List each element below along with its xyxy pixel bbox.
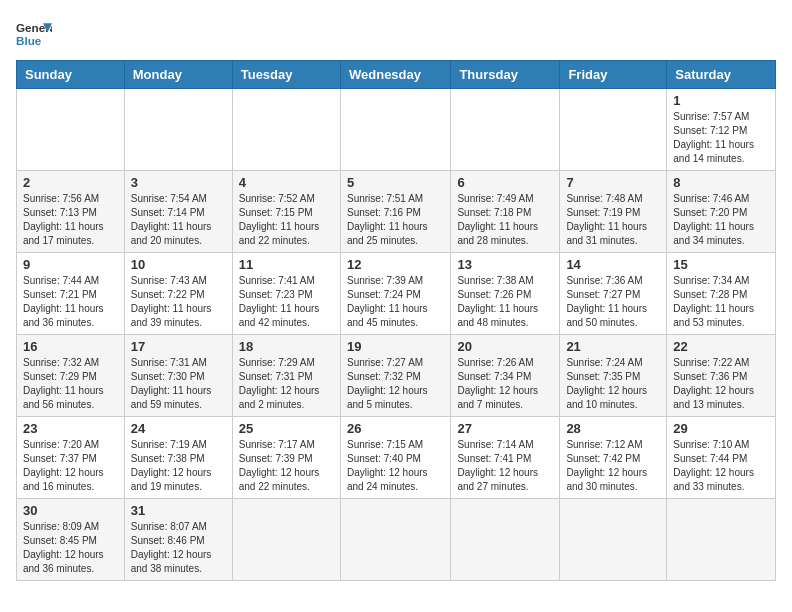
day-info: Sunrise: 7:51 AM Sunset: 7:16 PM Dayligh… xyxy=(347,192,444,248)
day-number: 29 xyxy=(673,421,769,436)
calendar-cell: 3Sunrise: 7:54 AM Sunset: 7:14 PM Daylig… xyxy=(124,171,232,253)
day-number: 24 xyxy=(131,421,226,436)
calendar-week-row: 1Sunrise: 7:57 AM Sunset: 7:12 PM Daylig… xyxy=(17,89,776,171)
calendar-cell: 24Sunrise: 7:19 AM Sunset: 7:38 PM Dayli… xyxy=(124,417,232,499)
day-number: 1 xyxy=(673,93,769,108)
calendar-cell: 27Sunrise: 7:14 AM Sunset: 7:41 PM Dayli… xyxy=(451,417,560,499)
day-info: Sunrise: 7:36 AM Sunset: 7:27 PM Dayligh… xyxy=(566,274,660,330)
calendar-cell xyxy=(340,89,450,171)
calendar-cell: 28Sunrise: 7:12 AM Sunset: 7:42 PM Dayli… xyxy=(560,417,667,499)
calendar-cell: 6Sunrise: 7:49 AM Sunset: 7:18 PM Daylig… xyxy=(451,171,560,253)
day-number: 5 xyxy=(347,175,444,190)
calendar-week-row: 9Sunrise: 7:44 AM Sunset: 7:21 PM Daylig… xyxy=(17,253,776,335)
day-number: 8 xyxy=(673,175,769,190)
calendar-cell xyxy=(667,499,776,581)
calendar-cell: 23Sunrise: 7:20 AM Sunset: 7:37 PM Dayli… xyxy=(17,417,125,499)
calendar-cell: 22Sunrise: 7:22 AM Sunset: 7:36 PM Dayli… xyxy=(667,335,776,417)
day-info: Sunrise: 7:27 AM Sunset: 7:32 PM Dayligh… xyxy=(347,356,444,412)
day-number: 27 xyxy=(457,421,553,436)
calendar-cell: 10Sunrise: 7:43 AM Sunset: 7:22 PM Dayli… xyxy=(124,253,232,335)
day-info: Sunrise: 7:43 AM Sunset: 7:22 PM Dayligh… xyxy=(131,274,226,330)
day-number: 19 xyxy=(347,339,444,354)
day-info: Sunrise: 7:31 AM Sunset: 7:30 PM Dayligh… xyxy=(131,356,226,412)
day-number: 2 xyxy=(23,175,118,190)
day-number: 31 xyxy=(131,503,226,518)
day-number: 25 xyxy=(239,421,334,436)
day-info: Sunrise: 7:57 AM Sunset: 7:12 PM Dayligh… xyxy=(673,110,769,166)
calendar-cell: 26Sunrise: 7:15 AM Sunset: 7:40 PM Dayli… xyxy=(340,417,450,499)
calendar-cell: 2Sunrise: 7:56 AM Sunset: 7:13 PM Daylig… xyxy=(17,171,125,253)
day-info: Sunrise: 7:52 AM Sunset: 7:15 PM Dayligh… xyxy=(239,192,334,248)
calendar-cell: 9Sunrise: 7:44 AM Sunset: 7:21 PM Daylig… xyxy=(17,253,125,335)
calendar-week-row: 30Sunrise: 8:09 AM Sunset: 8:45 PM Dayli… xyxy=(17,499,776,581)
day-number: 10 xyxy=(131,257,226,272)
day-info: Sunrise: 7:19 AM Sunset: 7:38 PM Dayligh… xyxy=(131,438,226,494)
day-number: 17 xyxy=(131,339,226,354)
calendar-table: SundayMondayTuesdayWednesdayThursdayFrid… xyxy=(16,60,776,581)
calendar-cell: 31Sunrise: 8:07 AM Sunset: 8:46 PM Dayli… xyxy=(124,499,232,581)
day-number: 30 xyxy=(23,503,118,518)
weekday-header-wednesday: Wednesday xyxy=(340,61,450,89)
calendar-cell: 8Sunrise: 7:46 AM Sunset: 7:20 PM Daylig… xyxy=(667,171,776,253)
weekday-header-sunday: Sunday xyxy=(17,61,125,89)
day-number: 9 xyxy=(23,257,118,272)
calendar-week-row: 16Sunrise: 7:32 AM Sunset: 7:29 PM Dayli… xyxy=(17,335,776,417)
day-info: Sunrise: 7:32 AM Sunset: 7:29 PM Dayligh… xyxy=(23,356,118,412)
day-info: Sunrise: 7:34 AM Sunset: 7:28 PM Dayligh… xyxy=(673,274,769,330)
page-header: General Blue xyxy=(16,16,776,52)
day-number: 28 xyxy=(566,421,660,436)
day-number: 6 xyxy=(457,175,553,190)
day-info: Sunrise: 7:56 AM Sunset: 7:13 PM Dayligh… xyxy=(23,192,118,248)
calendar-cell: 1Sunrise: 7:57 AM Sunset: 7:12 PM Daylig… xyxy=(667,89,776,171)
day-info: Sunrise: 7:24 AM Sunset: 7:35 PM Dayligh… xyxy=(566,356,660,412)
day-number: 15 xyxy=(673,257,769,272)
day-info: Sunrise: 7:49 AM Sunset: 7:18 PM Dayligh… xyxy=(457,192,553,248)
day-info: Sunrise: 8:09 AM Sunset: 8:45 PM Dayligh… xyxy=(23,520,118,576)
day-info: Sunrise: 7:38 AM Sunset: 7:26 PM Dayligh… xyxy=(457,274,553,330)
day-info: Sunrise: 7:48 AM Sunset: 7:19 PM Dayligh… xyxy=(566,192,660,248)
calendar-cell: 13Sunrise: 7:38 AM Sunset: 7:26 PM Dayli… xyxy=(451,253,560,335)
calendar-cell: 15Sunrise: 7:34 AM Sunset: 7:28 PM Dayli… xyxy=(667,253,776,335)
day-info: Sunrise: 7:54 AM Sunset: 7:14 PM Dayligh… xyxy=(131,192,226,248)
day-number: 14 xyxy=(566,257,660,272)
weekday-header-thursday: Thursday xyxy=(451,61,560,89)
day-number: 16 xyxy=(23,339,118,354)
calendar-cell xyxy=(560,499,667,581)
day-number: 21 xyxy=(566,339,660,354)
day-number: 7 xyxy=(566,175,660,190)
day-info: Sunrise: 7:46 AM Sunset: 7:20 PM Dayligh… xyxy=(673,192,769,248)
calendar-cell xyxy=(451,499,560,581)
weekday-header-saturday: Saturday xyxy=(667,61,776,89)
weekday-header-tuesday: Tuesday xyxy=(232,61,340,89)
calendar-cell xyxy=(232,89,340,171)
calendar-cell: 17Sunrise: 7:31 AM Sunset: 7:30 PM Dayli… xyxy=(124,335,232,417)
day-info: Sunrise: 7:41 AM Sunset: 7:23 PM Dayligh… xyxy=(239,274,334,330)
calendar-cell xyxy=(560,89,667,171)
day-info: Sunrise: 7:10 AM Sunset: 7:44 PM Dayligh… xyxy=(673,438,769,494)
weekday-header-monday: Monday xyxy=(124,61,232,89)
calendar-cell: 16Sunrise: 7:32 AM Sunset: 7:29 PM Dayli… xyxy=(17,335,125,417)
svg-text:Blue: Blue xyxy=(16,34,42,47)
logo: General Blue xyxy=(16,16,52,52)
day-info: Sunrise: 7:22 AM Sunset: 7:36 PM Dayligh… xyxy=(673,356,769,412)
calendar-cell xyxy=(451,89,560,171)
calendar-cell: 18Sunrise: 7:29 AM Sunset: 7:31 PM Dayli… xyxy=(232,335,340,417)
calendar-cell xyxy=(232,499,340,581)
day-number: 3 xyxy=(131,175,226,190)
day-number: 23 xyxy=(23,421,118,436)
day-info: Sunrise: 7:29 AM Sunset: 7:31 PM Dayligh… xyxy=(239,356,334,412)
day-number: 4 xyxy=(239,175,334,190)
day-number: 26 xyxy=(347,421,444,436)
day-info: Sunrise: 8:07 AM Sunset: 8:46 PM Dayligh… xyxy=(131,520,226,576)
day-info: Sunrise: 7:20 AM Sunset: 7:37 PM Dayligh… xyxy=(23,438,118,494)
calendar-cell xyxy=(340,499,450,581)
calendar-cell: 21Sunrise: 7:24 AM Sunset: 7:35 PM Dayli… xyxy=(560,335,667,417)
day-info: Sunrise: 7:14 AM Sunset: 7:41 PM Dayligh… xyxy=(457,438,553,494)
day-info: Sunrise: 7:44 AM Sunset: 7:21 PM Dayligh… xyxy=(23,274,118,330)
calendar-cell: 29Sunrise: 7:10 AM Sunset: 7:44 PM Dayli… xyxy=(667,417,776,499)
day-number: 18 xyxy=(239,339,334,354)
calendar-cell: 25Sunrise: 7:17 AM Sunset: 7:39 PM Dayli… xyxy=(232,417,340,499)
day-number: 12 xyxy=(347,257,444,272)
calendar-cell: 11Sunrise: 7:41 AM Sunset: 7:23 PM Dayli… xyxy=(232,253,340,335)
day-info: Sunrise: 7:39 AM Sunset: 7:24 PM Dayligh… xyxy=(347,274,444,330)
